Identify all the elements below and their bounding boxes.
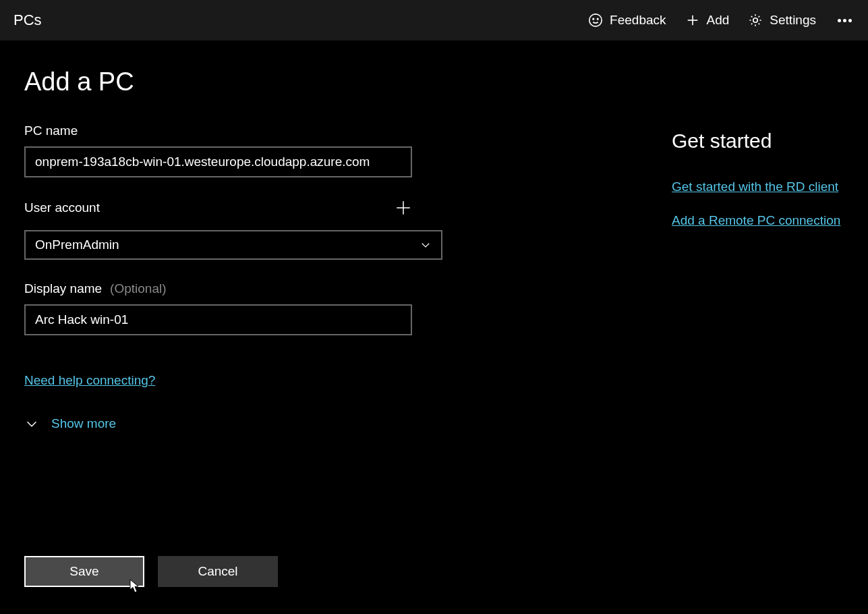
content: Add a PC PC name User account OnPremAdmi… bbox=[0, 40, 868, 614]
dot-icon bbox=[843, 19, 846, 22]
display-name-optional: (Optional) bbox=[110, 281, 166, 296]
show-more-label: Show more bbox=[51, 416, 116, 431]
display-name-field: Display name (Optional) bbox=[24, 281, 442, 335]
user-account-value: OnPremAdmin bbox=[35, 238, 119, 252]
side-title: Get started bbox=[672, 130, 844, 152]
topbar-actions: Feedback Add Settings bbox=[588, 13, 855, 28]
help-link[interactable]: Need help connecting? bbox=[24, 373, 442, 388]
topbar: PCs Feedback Add Settings bbox=[0, 0, 868, 40]
save-button[interactable]: Save bbox=[24, 556, 144, 587]
cancel-button[interactable]: Cancel bbox=[158, 556, 278, 587]
add-button[interactable]: Add bbox=[685, 13, 730, 28]
more-button[interactable] bbox=[835, 19, 855, 22]
chevron-down-icon bbox=[24, 416, 39, 431]
chevron-down-icon bbox=[419, 239, 432, 251]
topbar-title: PCs bbox=[13, 11, 42, 29]
settings-label: Settings bbox=[770, 13, 816, 28]
pc-name-input[interactable] bbox=[24, 146, 412, 177]
pc-name-field: PC name bbox=[24, 123, 442, 177]
svg-point-5 bbox=[753, 18, 757, 22]
main-form: Add a PC PC name User account OnPremAdmi… bbox=[24, 67, 442, 601]
user-account-field: User account OnPremAdmin bbox=[24, 199, 442, 260]
add-label: Add bbox=[707, 13, 730, 28]
get-started-link[interactable]: Get started with the RD client bbox=[672, 179, 844, 194]
smiley-icon bbox=[588, 13, 603, 28]
show-more-toggle[interactable]: Show more bbox=[24, 416, 442, 431]
svg-point-0 bbox=[589, 14, 602, 26]
svg-point-2 bbox=[598, 18, 598, 19]
side-panel: Get started Get started with the RD clie… bbox=[496, 67, 844, 601]
page-title: Add a PC bbox=[24, 67, 442, 96]
feedback-button[interactable]: Feedback bbox=[588, 13, 666, 28]
pc-name-label: PC name bbox=[24, 123, 442, 138]
feedback-label: Feedback bbox=[610, 13, 666, 28]
svg-point-1 bbox=[593, 18, 594, 19]
user-account-select[interactable]: OnPremAdmin bbox=[24, 230, 442, 260]
dot-icon bbox=[848, 19, 852, 22]
plus-icon bbox=[685, 13, 700, 28]
add-remote-pc-link[interactable]: Add a Remote PC connection bbox=[672, 213, 844, 228]
display-name-input[interactable] bbox=[24, 304, 412, 335]
button-row: Save Cancel bbox=[24, 556, 442, 601]
add-user-account-icon[interactable] bbox=[395, 199, 412, 217]
dot-icon bbox=[838, 19, 841, 22]
settings-button[interactable]: Settings bbox=[748, 13, 816, 28]
gear-icon bbox=[748, 13, 763, 28]
user-account-label: User account bbox=[24, 200, 100, 215]
display-name-label: Display name bbox=[24, 281, 102, 296]
